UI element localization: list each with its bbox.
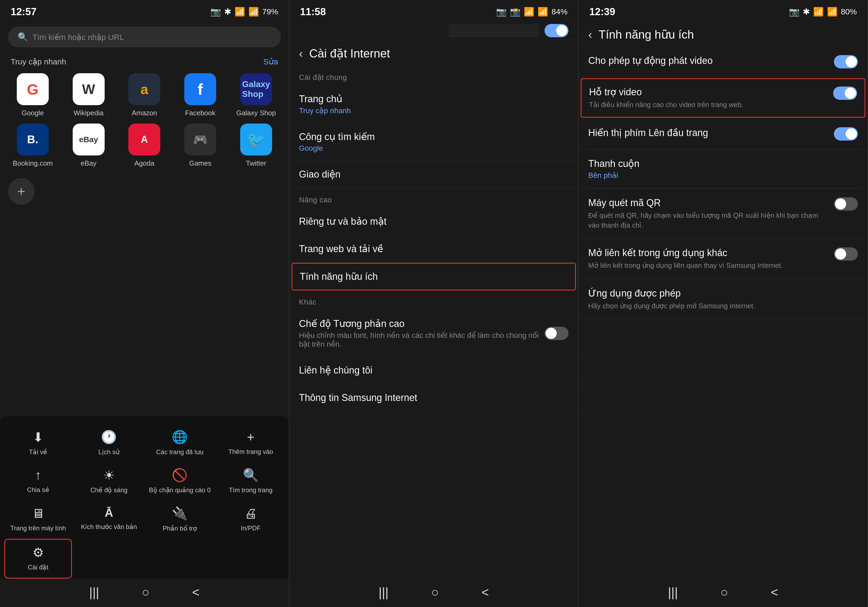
shortcut-amazon[interactable]: a Amazon [119,73,169,117]
shortcut-booking[interactable]: B. Booking.com [8,124,57,167]
panel-settings: 11:58 📷 📸 📶 📶 84% ‹ Cài đặt Internet Cài… [290,0,579,607]
agoda-label: Agoda [135,159,154,167]
nav-back-3[interactable]: < [771,585,778,599]
panel-browser-home: 12:57 📷 ✱ 📶 📶 79% 🔍 Tìm kiếm hoặc nhập U… [0,0,290,607]
wikipedia-icon: W [73,73,105,105]
p3-ho-tro-video[interactable]: Hỗ trợ video Tải điều khiển nâng cao cho… [581,78,865,118]
trang-web-title: Trang web và tải về [299,243,569,254]
settings-title-2: Cài đặt Internet [309,46,390,60]
settings-icon: ⚙ [33,545,44,560]
top-toggle[interactable] [544,24,569,37]
auto-video-toggle[interactable] [834,55,858,68]
brightness-icon: ☀ [103,468,115,483]
nav-bar-1: ||| ○ < [0,579,289,607]
settings-lien-he[interactable]: Liên hệ chúng tôi [290,357,578,384]
ho-tro-video-title: Hỗ trợ video [589,87,828,98]
settings-trang-chu[interactable]: Trang chủ Truy cập nhanh [290,85,578,123]
status-icons-1: 📷 ✱ 📶 📶 79% [210,7,278,17]
p3-hien-thi-phim[interactable]: Hiển thị phím Lên đầu trang [578,119,868,149]
shortcut-agoda[interactable]: A Agoda [119,124,169,167]
menu-download[interactable]: ⬇ Tải về [3,424,73,463]
hien-thi-phim-toggle[interactable] [834,127,858,141]
tuong-phan-toggle[interactable] [544,327,569,340]
signal-icon-2: 📶 [538,7,548,17]
add-page-label: Thêm trang vào [228,448,273,456]
galaxy-shop-icon: GalaxyShop [240,73,272,105]
settings-tuong-phan[interactable]: Chế độ Tương phản cao Hiệu chỉnh màu fon… [290,310,578,357]
may-quet-qr-toggle[interactable] [834,197,858,211]
nav-home-3[interactable]: ○ [721,585,728,599]
p3-thanh-cuon[interactable]: Thanh cuộn Bên phải [578,150,868,189]
menu-adblock[interactable]: 🚫 Bộ chặn quảng cáo 0 [144,463,215,500]
nav-bar-2: ||| ○ < [290,579,578,607]
menu-desktop[interactable]: 🖥 Trang trên máy tính [3,501,73,539]
menu-find[interactable]: 🔍 Tìm trong trang [215,463,286,500]
menu-print[interactable]: 🖨 In/PDF [215,501,286,539]
search-bar[interactable]: 🔍 Tìm kiếm hoặc nhập URL [8,26,281,47]
quick-access-grid: G Google W Wikipedia a Amazon f Facebook… [0,71,289,175]
search-icon: 🔍 [17,32,28,42]
nav-home-2[interactable]: ○ [431,585,439,599]
thanh-cuon-title: Thanh cuộn [588,158,852,169]
settings-giao-dien[interactable]: Giao diện [290,161,578,188]
menu-saved-pages[interactable]: 🌐 Các trang đã lưu [144,424,215,463]
menu-history[interactable]: 🕐 Lịch sử [73,424,144,463]
shortcut-google[interactable]: G Google [8,73,57,117]
status-bar-2: 11:58 📷 📸 📶 📶 84% [290,0,578,21]
download-label: Tải về [29,448,47,456]
panel-tinh-nang: 12:39 📷 ✱ 📶 📶 80% ‹ Tính năng hữu ích Ch… [578,0,868,607]
p3-ung-dung[interactable]: Ứng dụng được phép Hãy chọn ứng dụng đượ… [578,279,868,319]
tinh-nang-title: Tính năng hữu ích [300,271,568,282]
ho-tro-video-toggle[interactable] [833,87,857,100]
add-page-icon: + [247,430,254,444]
mo-lien-ket-title: Mở liên kết trong ứng dụng khác [588,247,829,259]
ung-dung-sub: Hãy chọn ứng dụng được phép mở Samsung I… [588,301,852,311]
camera-icon: 📷 [210,7,221,17]
nav-home-1[interactable]: ○ [142,585,150,599]
menu-brightness[interactable]: ☀ Chế độ sáng [73,463,144,500]
settings-cong-cu[interactable]: Công cụ tìm kiếm Google [290,123,578,161]
shortcut-ebay[interactable]: eBay eBay [64,124,113,167]
agoda-icon: A [128,124,160,155]
mo-lien-ket-toggle[interactable] [834,247,858,261]
shortcut-wikipedia[interactable]: W Wikipedia [64,73,113,117]
rieng-tu-title: Riêng tư và bảo mật [299,216,569,227]
settings-tinh-nang[interactable]: Tính năng hữu ích [291,263,576,290]
google-icon: G [17,73,49,105]
settings-label: Cài đặt [28,563,48,571]
shortcut-games[interactable]: 🎮 Games [175,124,225,167]
signal-icon: 📶 [248,7,259,17]
section-nang-cao: Nâng cao [290,188,578,208]
status-time-3: 12:39 [589,6,615,17]
menu-settings[interactable]: ⚙ Cài đặt [4,539,72,579]
p3-auto-video[interactable]: Cho phép tự động phát video [578,46,868,77]
font-icon: Ā [105,506,113,519]
shortcut-twitter[interactable]: 🐦 Twitter [231,124,281,167]
shortcut-galaxy-shop[interactable]: GalaxyShop Galaxy Shop [231,73,281,117]
may-quet-qr-sub: Để quét mã QR, hãy chạm vào biểu tượng m… [588,211,829,230]
menu-add-page[interactable]: + Thêm trang vào [215,424,286,463]
settings-rieng-tu[interactable]: Riêng tư và bảo mật [290,208,578,235]
menu-font[interactable]: Ā Kích thước văn bản [73,501,144,539]
cong-cu-sub: Google [299,144,569,153]
nav-menu-2[interactable]: ||| [379,585,389,599]
nav-menu-1[interactable]: ||| [89,585,99,599]
settings-trang-web[interactable]: Trang web và tải về [290,235,578,263]
back-arrow-2[interactable]: ‹ [299,47,303,60]
find-icon: 🔍 [243,468,259,483]
amazon-icon: a [128,73,160,105]
menu-plugins[interactable]: 🔌 Phần bổ trợ [144,501,215,539]
nav-back-2[interactable]: < [481,585,489,599]
nav-back-1[interactable]: < [192,585,200,599]
ebay-icon: eBay [73,124,105,155]
cong-cu-title: Công cụ tìm kiếm [299,131,569,142]
menu-share[interactable]: ↑ Chia sẻ [3,463,73,500]
add-tab-button[interactable]: + [8,178,35,205]
nav-menu-3[interactable]: ||| [668,585,677,599]
p3-may-quet-qr[interactable]: Máy quét mã QR Để quét mã QR, hãy chạm v… [578,189,868,239]
edit-button[interactable]: Sửa [264,57,278,66]
shortcut-facebook[interactable]: f Facebook [175,73,225,117]
back-arrow-3[interactable]: ‹ [588,28,592,41]
p3-mo-lien-ket[interactable]: Mở liên kết trong ứng dụng khác Mở liên … [578,239,868,279]
settings-thong-tin[interactable]: Thông tin Samsung Internet [290,384,578,412]
